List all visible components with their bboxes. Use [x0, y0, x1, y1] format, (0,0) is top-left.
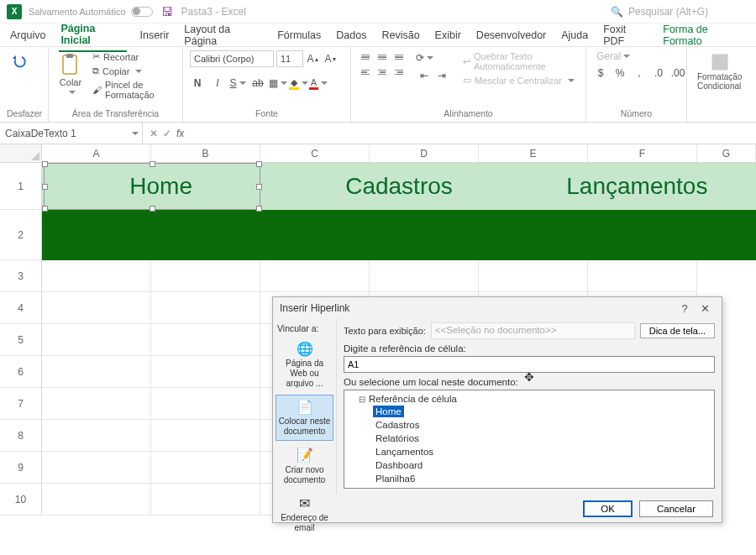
tab-ajuda[interactable]: Ajuda — [559, 25, 590, 45]
cut-button[interactable]: ✂Recortar — [91, 50, 176, 63]
fill-color-button[interactable]: ◆ — [291, 76, 306, 91]
tab-forma-formato[interactable]: Forma de Formato — [661, 19, 748, 51]
col-G[interactable]: G — [697, 144, 756, 162]
cancel-formula-button[interactable]: ✕ — [150, 128, 158, 139]
linkto-this-document[interactable]: 📄Colocar neste documento — [276, 395, 333, 441]
col-C[interactable]: C — [260, 144, 370, 162]
document-tree[interactable]: ⊟Referência de célula Home Cadastros Rel… — [344, 390, 715, 489]
underline-button[interactable]: S — [230, 76, 245, 91]
row-2[interactable]: 2 — [0, 210, 42, 260]
cell[interactable] — [42, 260, 151, 292]
cell[interactable] — [151, 452, 260, 484]
tab-dados[interactable]: Dados — [334, 25, 368, 45]
linkto-web-file[interactable]: 🌐Página da Web ou arquivo ... — [276, 337, 333, 393]
cell[interactable] — [42, 292, 151, 324]
select-all-button[interactable] — [0, 144, 42, 162]
autosave-toggle[interactable]: Salvamento Automático — [29, 7, 153, 17]
row-8[interactable]: 8 — [0, 420, 42, 452]
row-3[interactable]: 3 — [0, 260, 42, 292]
col-B[interactable]: B — [151, 144, 260, 162]
cancel-button[interactable]: Cancelar — [639, 500, 713, 517]
undo-button[interactable] — [7, 50, 32, 72]
row-9[interactable]: 9 — [0, 452, 42, 484]
chevron-down-icon[interactable] — [129, 128, 139, 139]
enter-formula-button[interactable]: ✓ — [163, 128, 171, 139]
row-4[interactable]: 4 — [0, 292, 42, 324]
tree-item-cadastros[interactable]: Cadastros — [373, 419, 422, 431]
tree-item-home[interactable]: Home — [373, 406, 404, 417]
tree-item-relatorios[interactable]: Relatórios — [373, 432, 422, 444]
banner-lancamentos[interactable]: Lançamentos — [518, 173, 756, 200]
font-color-button[interactable]: A — [311, 76, 326, 91]
toggle-icon[interactable] — [131, 7, 153, 17]
tab-arquivo[interactable]: Arquivo — [8, 25, 47, 45]
cell[interactable] — [42, 484, 151, 516]
search-box[interactable]: 🔍 Pesquisar (Alt+G) — [603, 3, 716, 20]
col-A[interactable]: A — [42, 144, 151, 162]
cell[interactable] — [151, 388, 260, 420]
font-name-select[interactable]: Calibri (Corpo) — [190, 50, 274, 67]
banner-cadastros[interactable]: Cadastros — [280, 173, 517, 200]
banner-home[interactable]: Home — [42, 173, 280, 200]
borders-button[interactable]: ▦ — [270, 76, 286, 91]
tab-exibir[interactable]: Exibir — [433, 25, 463, 45]
screen-tip-button[interactable]: Dica de tela... — [640, 323, 715, 338]
cell[interactable] — [260, 260, 370, 292]
name-box[interactable]: CaixaDeTexto 1 — [0, 123, 143, 144]
col-E[interactable]: E — [479, 144, 588, 162]
tree-item-planilha6[interactable]: Planilha6 — [373, 473, 417, 484]
indent-decrease-button[interactable]: ⇤ — [417, 68, 432, 83]
row-7[interactable]: 7 — [0, 388, 42, 420]
cell[interactable] — [151, 260, 260, 292]
tab-revisao[interactable]: Revisão — [380, 25, 421, 45]
collapse-icon[interactable]: ⊟ — [358, 395, 366, 404]
tree-root-refs[interactable]: Referência de célula — [369, 394, 457, 404]
decrease-font-button[interactable]: A▼ — [323, 51, 339, 66]
cell[interactable] — [42, 420, 151, 452]
tree-root-names[interactable]: Nomes definidos — [369, 486, 441, 489]
cell[interactable] — [151, 356, 260, 388]
paste-button[interactable]: Colar — [55, 50, 86, 99]
format-painter-button[interactable]: 🖌Pincel de Formatação — [91, 79, 176, 101]
bold-button[interactable]: N — [190, 76, 205, 91]
orientation-button[interactable]: ⟳ — [417, 50, 432, 65]
row-10[interactable]: 10 — [0, 484, 42, 516]
cell[interactable] — [151, 484, 260, 516]
cell[interactable] — [151, 292, 260, 324]
cell-ref-input[interactable] — [344, 356, 715, 373]
cell[interactable] — [42, 388, 151, 420]
italic-button[interactable]: I — [210, 76, 225, 91]
close-button[interactable]: ✕ — [695, 302, 715, 315]
cell[interactable] — [151, 324, 260, 356]
increase-font-button[interactable]: A▲ — [306, 51, 321, 66]
cell[interactable] — [42, 452, 151, 484]
save-icon[interactable]: 🖫 — [161, 5, 173, 18]
font-size-select[interactable]: 11 — [276, 50, 303, 67]
tab-formulas[interactable]: Fórmulas — [276, 25, 323, 45]
cell[interactable] — [588, 260, 697, 292]
alignment-buttons[interactable] — [358, 50, 407, 79]
cell[interactable] — [479, 260, 588, 292]
row-1[interactable]: 1 — [0, 163, 42, 210]
cell[interactable] — [42, 356, 151, 388]
copy-button[interactable]: ⧉Copiar — [91, 65, 176, 77]
cell[interactable] — [370, 260, 479, 292]
col-F[interactable]: F — [588, 144, 697, 162]
ok-button[interactable]: OK — [583, 500, 633, 517]
row-5[interactable]: 5 — [0, 324, 42, 356]
col-D[interactable]: D — [370, 144, 479, 162]
tree-item-dashboard[interactable]: Dashboard — [373, 459, 425, 471]
tab-desenvolvedor[interactable]: Desenvolvedor — [475, 25, 548, 45]
indent-increase-button[interactable]: ⇥ — [434, 68, 449, 83]
strikethrough-button[interactable]: ab — [250, 76, 265, 91]
cell[interactable] — [151, 420, 260, 452]
expand-icon[interactable] — [358, 487, 366, 490]
row-6[interactable]: 6 — [0, 356, 42, 388]
linkto-new-document[interactable]: 📝Criar novo documento — [276, 442, 333, 489]
linkto-email[interactable]: ✉Endereço de email — [276, 491, 333, 537]
cell[interactable] — [42, 324, 151, 356]
tree-item-lancamentos[interactable]: Lançamentos — [373, 446, 436, 458]
tab-layout[interactable]: Layout da Página — [182, 19, 264, 51]
tab-foxit[interactable]: Foxit PDF — [601, 19, 649, 51]
tab-inserir[interactable]: Inserir — [139, 25, 171, 45]
